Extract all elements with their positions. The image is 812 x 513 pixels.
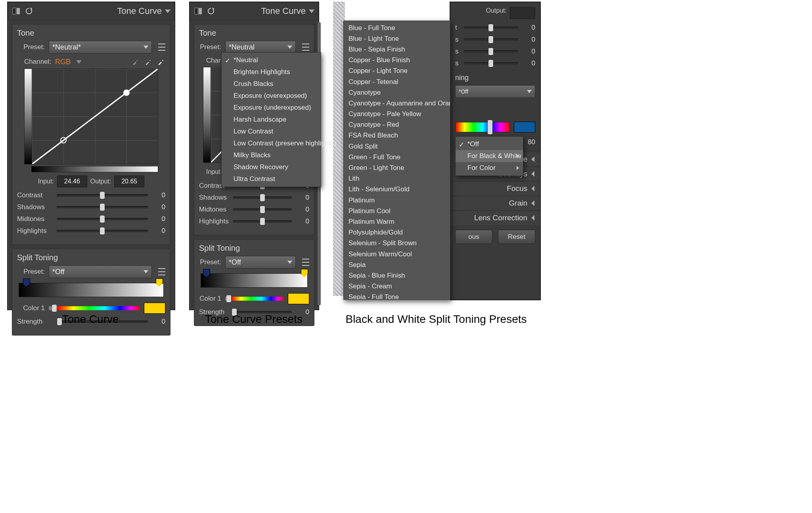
shadows-value: 0 [296,194,309,202]
bw-preset-item[interactable]: Platinum [344,195,450,206]
submenu-item-bw[interactable]: For Black & White [456,150,523,162]
bw-preset-item[interactable]: Blue - Sepia Finish [344,44,450,55]
st-preset-value: *Off [52,268,65,276]
bw-preset-item[interactable]: Green - Full Tone [344,152,450,162]
tone-preset-select[interactable]: *Neutral [225,41,296,53]
curve-editor[interactable] [24,69,158,164]
channel-value[interactable]: RGB [55,58,71,66]
st-preset-menu-icon[interactable] [302,259,309,266]
slider[interactable] [464,62,518,65]
shadows-slider[interactable] [233,196,292,199]
preset-menu-icon[interactable] [302,44,309,51]
slider[interactable] [464,27,518,29]
submenu-item-off[interactable]: ✓*Off [456,138,523,150]
side-panel-header[interactable]: Grain [450,196,540,210]
st-preset-select[interactable]: *Off [225,256,296,269]
bw-preset-item[interactable]: Lith [344,174,450,184]
preset-item[interactable]: Ultra Contrast [222,173,321,185]
preset-item[interactable]: ✓*Neutral [222,54,321,66]
preset-item-label: *Neutral [234,56,258,64]
bw-preset-item[interactable]: Copper - Light Tone [344,66,450,76]
tone-preset-select[interactable]: *Neutral* [49,41,152,53]
preset-item[interactable]: Low Contrast (preserve highlights) [222,137,321,149]
preset-item[interactable]: Shadow Recovery [222,161,321,173]
bw-preset-item[interactable]: Blue - Full Tone [344,23,450,33]
collapse-icon[interactable] [165,10,170,13]
color1-swatch[interactable] [288,293,309,304]
st-preset-select[interactable]: *Off [455,85,535,98]
bw-preset-item[interactable]: Sepia [344,259,450,270]
slider[interactable] [464,50,518,53]
hue-gradient[interactable] [455,122,510,132]
split-gradient-bar[interactable] [201,273,308,288]
highlights-slider[interactable] [233,220,292,223]
bw-preset-item[interactable]: Cyanotype - Pale Yellow [344,109,450,120]
st-preset-submenu[interactable]: ✓*Off For Black & White For Color [455,136,523,176]
split-gradient-bar[interactable] [19,283,164,297]
bw-preset-item[interactable]: Cyanotype [344,87,450,98]
st-preset-menu-icon[interactable] [158,268,165,275]
bw-preset-item[interactable]: Platinum Warm [344,216,450,227]
midtones-slider[interactable] [233,208,292,211]
bw-preset-item[interactable]: Selenium Warm/Cool [344,249,450,259]
refresh-icon[interactable] [25,7,33,15]
preset-menu-icon[interactable] [158,44,165,51]
bw-preset-item[interactable]: Cyanotype - Aquamarine and Orange [344,98,450,109]
curve-point-selected[interactable] [60,137,67,143]
preset-item[interactable]: Harsh Landscape [222,114,321,126]
bw-preset-item[interactable]: Selenium - Split Brown [344,238,450,249]
st-preset-select[interactable]: *Off [49,265,152,278]
preset-item[interactable]: Crush Blacks [222,78,321,90]
contrast-slider[interactable] [57,194,148,196]
curve-point[interactable] [123,90,130,96]
color1-hue-slider[interactable] [49,306,140,310]
preset-item[interactable]: Exposure (overexposed) [222,90,321,102]
bw-preset-item[interactable]: Polysulphide/Gold [344,227,450,238]
bw-preset-item[interactable]: Platinum Cool [344,206,450,216]
slider[interactable] [464,38,518,41]
eyedropper-black-icon[interactable] [131,57,140,66]
bw-preset-item[interactable]: Sepia - Blue Finish [344,270,450,281]
bw-preset-item[interactable]: FSA Red Bleach [344,130,450,141]
curve-input-field[interactable] [57,175,87,187]
compare-icon[interactable] [12,7,21,15]
midtones-slider[interactable] [57,218,148,220]
bw-preset-item[interactable]: Sepia - Full Tone [344,292,450,300]
color1-swatch[interactable] [144,303,165,314]
side-panel-header[interactable]: Focus [450,181,540,196]
collapse-icon[interactable] [309,10,314,13]
bw-preset-dropdown[interactable]: Blue - Full ToneBlue - Light ToneBlue - … [343,21,450,300]
bw-preset-item[interactable]: Sepia - Cream [344,281,450,292]
tone-preset-dropdown[interactable]: ✓*NeutralBrighten HighlightsCrush Blacks… [221,52,321,187]
bw-preset-item[interactable]: Gold Split [344,141,450,152]
curve-output-field[interactable] [510,7,535,19]
bw-preset-item[interactable]: Copper - Tetenal [344,76,450,87]
shadows-slider[interactable] [57,206,148,208]
bw-preset-item[interactable]: Blue - Light Tone [344,33,450,44]
chevron-down-icon[interactable] [76,60,82,64]
svg-rect-0 [13,8,16,14]
bw-preset-item[interactable]: Lith - Selenium/Gold [344,184,450,195]
reset-button[interactable]: Reset [498,230,535,244]
bw-preset-item[interactable]: Cyanotype - Red [344,120,450,130]
bw-preset-item[interactable]: Green - Light Tone [344,162,450,173]
bw-preset-item[interactable]: Copper - Blue Finish [344,55,450,66]
previous-button[interactable]: ous [455,230,492,244]
midtones-label: Midtones [199,206,229,214]
midtones-value: 0 [152,215,165,223]
curve-output-field[interactable] [114,175,144,187]
eyedropper-white-icon[interactable] [157,57,165,66]
preset-item[interactable]: Milky Blacks [222,149,321,161]
color1-hue-slider[interactable] [225,297,284,301]
highlights-slider[interactable] [57,230,148,232]
preset-item[interactable]: Brighten Highlights [222,66,321,78]
refresh-icon[interactable] [207,7,215,15]
color-swatch[interactable] [514,122,535,133]
submenu-item-color[interactable]: For Color [456,162,523,174]
preset-item[interactable]: Exposure (underexposed) [222,102,321,114]
eyedropper-gray-icon[interactable] [144,57,153,66]
preset-item[interactable]: Low Contrast [222,126,321,137]
compare-icon[interactable] [194,7,203,15]
chevron-down-icon [144,46,148,49]
side-panel-header[interactable]: Lens Correction [450,210,540,225]
